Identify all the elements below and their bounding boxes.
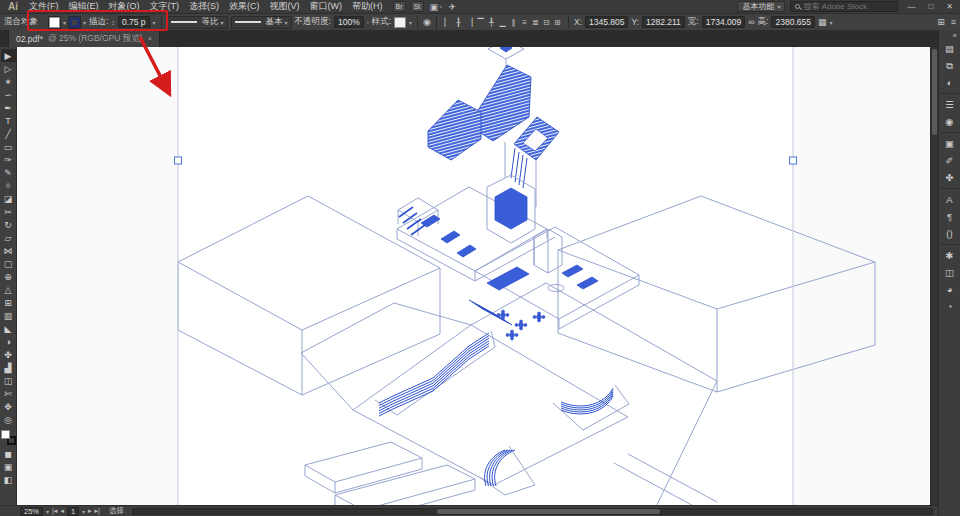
stock-button[interactable]: St (411, 1, 424, 12)
mode-color-mode[interactable]: ◼ (1, 447, 16, 460)
vertical-scrollbar[interactable] (930, 47, 938, 505)
libraries-panel-icon[interactable]: ◕ (941, 281, 959, 298)
icon-distribute-h[interactable]: ≡ (519, 18, 530, 27)
menu-6[interactable]: 视图(V) (265, 0, 305, 13)
icon-align-more[interactable]: ⊞ (552, 18, 563, 27)
tool-magic-wand[interactable]: ✶ (1, 75, 16, 88)
tool-gradient[interactable]: ▥ (1, 309, 16, 322)
tool-eraser[interactable]: ◪ (1, 192, 16, 205)
chevron-down-icon[interactable]: ▾ (829, 19, 832, 26)
tool-hand[interactable]: ✥ (1, 400, 16, 413)
tool-symbol-sprayer[interactable]: ✤ (1, 348, 16, 361)
stock-search[interactable] (790, 1, 898, 12)
restore-button[interactable]: □ (924, 2, 937, 11)
stepper-icon[interactable]: ↕ (111, 19, 115, 26)
fill-stroke-indicator[interactable] (1, 430, 16, 445)
horizontal-scrollbar-thumb[interactable] (437, 509, 661, 514)
icon-align-right[interactable]: ▕ (464, 18, 475, 27)
arrange-documents-icon[interactable]: ▣ (430, 2, 439, 12)
tool-free-transform[interactable]: ▢ (1, 257, 16, 270)
character-panel-icon[interactable]: A (941, 191, 959, 208)
tool-blend[interactable]: ◑ (1, 335, 16, 348)
artboards-panel-icon[interactable]: ◫ (941, 264, 959, 281)
first-artboard-icon[interactable]: |◂ (52, 507, 57, 515)
menu-5[interactable]: 效果(C) (224, 0, 265, 13)
mode-draw-mode[interactable]: ▣ (1, 460, 16, 473)
fill-box[interactable] (1, 430, 10, 439)
y-field[interactable]: 1282.211 (642, 16, 685, 28)
menu-2[interactable]: 对象(O) (104, 0, 145, 13)
tool-mesh[interactable]: ⊞ (1, 296, 16, 309)
width-field[interactable]: 1734.009 (702, 16, 745, 28)
tool-rotate[interactable]: ↻ (1, 218, 16, 231)
opacity-field[interactable]: 100% (334, 16, 364, 28)
menu-3[interactable]: 文字(T) (145, 0, 185, 13)
chevron-down-icon[interactable]: ▾ (153, 19, 156, 26)
selection-handle-right[interactable] (790, 157, 797, 164)
image-trace-panel-icon[interactable]: ▣ (941, 135, 959, 152)
search-input[interactable] (803, 2, 893, 11)
gradient-panel-icon[interactable]: ◉ (941, 113, 959, 130)
tool-shaper[interactable]: ✧ (1, 179, 16, 192)
icon-align-bottom[interactable]: ▁ (497, 18, 508, 27)
opacity-popup-icon[interactable]: › (367, 19, 369, 25)
layers-panel-icon[interactable]: ◔ (941, 298, 959, 315)
color-guide-panel-icon[interactable]: ◐ (941, 74, 959, 91)
share-icon[interactable]: ✈ (449, 2, 457, 12)
canvas[interactable] (17, 47, 930, 505)
chevron-down-icon[interactable]: ▾ (46, 508, 49, 515)
minimize-button[interactable]: — (903, 2, 919, 11)
menu-1[interactable]: 编辑(E) (64, 0, 104, 13)
tool-scissors[interactable]: ✂ (1, 205, 16, 218)
brushes-panel-icon[interactable]: ✐ (941, 152, 959, 169)
icon-align-left[interactable]: ▏ (442, 18, 453, 27)
icon-align-to-artboard[interactable]: ⊟ (541, 18, 552, 27)
previous-artboard-icon[interactable]: ◂ (60, 507, 64, 515)
workspace-switcher[interactable]: 基本功能 ▾ (737, 1, 785, 12)
horizontal-scrollbar[interactable] (132, 508, 933, 515)
tool-slice[interactable]: ✄ (1, 387, 16, 400)
close-tab-icon[interactable]: × (148, 34, 153, 43)
paragraph-panel-icon[interactable]: ¶ (941, 208, 959, 225)
icon-panel-menu[interactable]: ≡ (951, 17, 956, 27)
menu-8[interactable]: 帮助(H) (347, 0, 388, 13)
tool-pen[interactable]: ✒ (1, 101, 16, 114)
stroke-weight-field[interactable]: 0.75 p (118, 16, 150, 28)
vertical-scrollbar-thumb[interactable] (932, 49, 937, 135)
x-field[interactable]: 1345.805 (585, 16, 628, 28)
swatches-panel-icon[interactable]: ⧉ (941, 57, 959, 74)
tool-perspective-grid[interactable]: △ (1, 283, 16, 296)
stroke-color-swatch[interactable] (69, 17, 80, 28)
tool-selection[interactable]: ▶ (1, 49, 16, 62)
chevron-down-icon[interactable]: ▾ (409, 19, 412, 26)
tool-paintbrush[interactable]: ✑ (1, 153, 16, 166)
artboard-number-field[interactable]: 1 (67, 507, 79, 516)
tool-type[interactable]: T (1, 114, 16, 127)
menu-4[interactable]: 选择(S) (184, 0, 224, 13)
menu-7[interactable]: 窗口(W) (305, 0, 348, 13)
icon-distribute-spacing[interactable]: ≣ (530, 18, 541, 27)
pathfinder-panel-icon[interactable]: ✱ (941, 247, 959, 264)
mode-screen-mode[interactable]: ◧ (1, 473, 16, 486)
tool-eyedropper[interactable]: ◣ (1, 322, 16, 335)
menu-0[interactable]: 文件(F) (24, 0, 64, 13)
tool-artboard[interactable]: ◫ (1, 374, 16, 387)
tool-width[interactable]: ⋈ (1, 244, 16, 257)
icon-distribute-v[interactable]: ∥ (508, 18, 519, 27)
chevron-down-icon[interactable]: ▾ (82, 508, 85, 515)
icon-align-top[interactable]: ▔ (475, 18, 486, 27)
fill-color-swatch[interactable] (49, 17, 60, 28)
stroke-panel-icon[interactable]: ☰ (941, 96, 959, 113)
selection-handle-left[interactable] (175, 157, 182, 164)
style-swatch[interactable] (394, 17, 406, 28)
brush-definition-dropdown[interactable]: 基本 ▾ (231, 16, 292, 29)
height-field[interactable]: 2380.655 (771, 16, 814, 28)
chevron-down-icon[interactable]: ▾ (63, 19, 66, 26)
bridge-button[interactable]: Br (393, 1, 406, 12)
tool-column-graph[interactable]: ▟ (1, 361, 16, 374)
color-panel-icon[interactable]: ▤ (941, 40, 959, 57)
symbols-panel-icon[interactable]: ✤ (941, 169, 959, 186)
width-profile-dropdown[interactable]: 等比 ▾ (167, 16, 228, 29)
zoom-level-field[interactable]: 25% (20, 507, 43, 516)
tool-rectangle[interactable]: ▭ (1, 140, 16, 153)
